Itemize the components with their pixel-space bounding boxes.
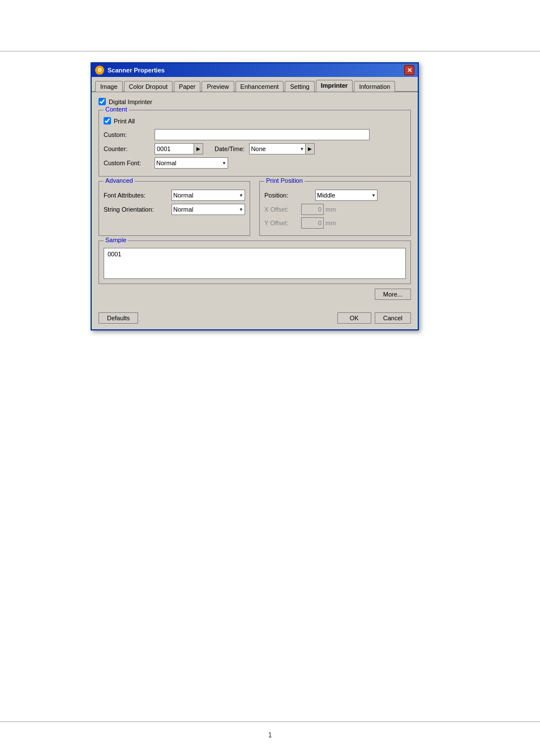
counter-group: ▶ [155,143,203,154]
print-position-group: Print Position Position: Middle X Offset… [259,181,411,236]
advanced-group-title: Advanced [104,177,135,184]
top-rule [0,51,540,51]
tab-paper[interactable]: Paper [174,81,200,92]
sample-value: 0001 [108,251,121,257]
more-button-row: More... [98,289,411,300]
font-attributes-select-wrapper: Normal [172,190,245,201]
dialog-icon: ⚙ [95,66,104,75]
custom-font-select[interactable]: Normal [155,157,228,169]
string-orientation-label: String Orientation: [104,206,172,213]
content-group-title: Content [104,106,129,113]
advanced-group: Advanced Font Attributes: Normal String … [98,181,250,236]
advanced-print-position-row: Advanced Font Attributes: Normal String … [98,181,411,240]
page-number: 1 [268,731,272,739]
dialog-title: Scanner Properties [108,67,165,74]
tab-imprinter[interactable]: Imprinter [316,80,353,92]
defaults-button[interactable]: Defaults [98,312,138,324]
digital-imprinter-row: Digital Imprinter [98,98,411,105]
print-position-group-title: Print Position [264,177,305,184]
font-attributes-select[interactable]: Normal [172,190,245,201]
y-offset-label: Y Offset: [264,220,301,226]
x-offset-row: X Offset: mm [264,204,406,215]
tab-image[interactable]: Image [95,81,123,92]
x-offset-input[interactable] [301,204,324,215]
counter-row: Counter: ▶ Date/Time: None ▶ [104,143,406,154]
custom-row: Custom: [104,129,406,140]
x-offset-label: X Offset: [264,206,301,213]
tab-color-dropout[interactable]: Color Dropout [124,81,173,92]
sample-group: Sample 0001 [98,240,411,284]
tab-information[interactable]: Information [354,81,395,92]
digital-imprinter-checkbox[interactable] [98,98,106,105]
bottom-rule [0,721,540,722]
scanner-properties-dialog: ⚙ Scanner Properties ✕ Image Color Dropo… [91,62,419,330]
ok-button[interactable]: OK [337,312,371,324]
more-button[interactable]: More... [375,289,411,300]
ok-cancel-group: OK Cancel [337,312,411,324]
tabs-bar: Image Color Dropout Paper Preview Enhanc… [92,77,418,92]
dialog-body: Digital Imprinter Content Print All Cust… [92,92,418,308]
title-left: ⚙ Scanner Properties [95,66,165,75]
counter-label: Counter: [104,145,155,152]
y-offset-input[interactable] [301,217,324,229]
datetime-select-wrapper: None [249,143,306,154]
close-button[interactable]: ✕ [404,65,414,75]
string-orientation-select-wrapper: Normal [172,204,245,215]
font-attributes-label: Font Attributes: [104,192,172,199]
print-all-row: Print All [104,117,406,124]
print-all-label: Print All [114,118,135,124]
tab-setting[interactable]: Setting [285,81,314,92]
position-select-wrapper: Middle [315,190,378,201]
datetime-label: Date/Time: [215,145,245,152]
string-orientation-row: String Orientation: Normal [104,204,245,215]
position-select[interactable]: Middle [315,190,378,201]
position-row: Position: Middle [264,190,406,201]
y-offset-unit: mm [325,220,336,226]
string-orientation-select[interactable]: Normal [172,204,245,215]
counter-input[interactable] [155,143,194,154]
font-attributes-row: Font Attributes: Normal [104,190,245,201]
titlebar: ⚙ Scanner Properties ✕ [92,63,418,77]
custom-font-row: Custom Font: Normal [104,157,406,169]
sample-group-title: Sample [104,237,128,243]
counter-arrow-button[interactable]: ▶ [194,143,203,154]
tab-enhancement[interactable]: Enhancement [235,81,284,92]
cancel-button[interactable]: Cancel [375,312,411,324]
datetime-arrow-button[interactable]: ▶ [306,143,315,154]
custom-font-select-wrapper: Normal [155,157,228,169]
dialog-footer: Defaults OK Cancel [92,308,418,329]
tab-preview[interactable]: Preview [202,81,234,92]
datetime-select[interactable]: None [249,143,306,154]
print-all-checkbox[interactable] [104,117,111,124]
content-group: Content Print All Custom: Counter: ▶ [98,110,411,177]
dialog-backdrop: ⚙ Scanner Properties ✕ Image Color Dropo… [91,62,419,330]
custom-input[interactable] [155,129,370,140]
custom-font-label: Custom Font: [104,160,155,166]
y-offset-row: Y Offset: mm [264,217,406,229]
digital-imprinter-label: Digital Imprinter [109,98,152,105]
x-offset-unit: mm [325,206,336,213]
position-label: Position: [264,192,315,199]
custom-label: Custom: [104,131,155,138]
sample-display: 0001 [104,248,406,279]
